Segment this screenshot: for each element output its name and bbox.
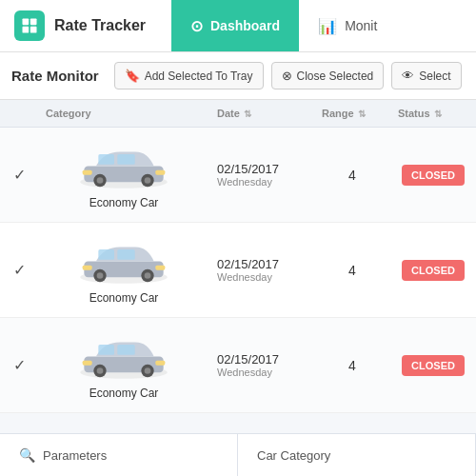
svg-rect-2 xyxy=(23,27,30,33)
row-3-car-image xyxy=(76,330,171,383)
svg-rect-6 xyxy=(98,154,114,165)
svg-point-19 xyxy=(97,272,104,279)
svg-rect-12 xyxy=(83,170,92,175)
monitor-icon: 📊 xyxy=(318,17,337,35)
row-3-checkbox[interactable]: ✓ xyxy=(0,356,38,374)
row-3-range: 4 xyxy=(314,358,390,373)
footer-tabs: 🔍 Parameters Car Category xyxy=(0,433,476,476)
search-icon: 🔍 xyxy=(19,447,35,463)
row-3-date-sub: Wednesday xyxy=(217,367,307,378)
svg-point-11 xyxy=(145,177,151,184)
row-1-checkbox[interactable]: ✓ xyxy=(0,166,38,184)
svg-rect-27 xyxy=(117,345,134,355)
tab-monitor[interactable]: 📊 Monit xyxy=(299,0,396,51)
select-button[interactable]: 👁 Select xyxy=(391,62,461,89)
svg-point-21 xyxy=(145,272,151,279)
svg-rect-23 xyxy=(155,266,165,270)
range-sort-icon[interactable]: ⇅ xyxy=(358,109,366,119)
row-1-date: 02/15/2017 Wednesday xyxy=(209,162,314,188)
logo-area: Rate Tracker xyxy=(0,10,171,41)
row-1-car-image xyxy=(76,140,171,192)
row-2-status-badge: CLOSED xyxy=(402,260,465,281)
svg-rect-13 xyxy=(155,170,165,175)
row-2-date-sub: Wednesday xyxy=(217,271,307,283)
date-sort-icon[interactable]: ⇅ xyxy=(244,109,251,119)
col-status: Status ⇅ xyxy=(390,108,476,119)
row-2-car-image xyxy=(76,235,171,288)
row-1-status-badge: CLOSED xyxy=(402,165,465,186)
bookmark-icon: 🔖 xyxy=(125,69,140,83)
col-range: Range ⇅ xyxy=(314,108,390,119)
table-header: Category Date ⇅ Range ⇅ Status ⇅ Act xyxy=(0,100,476,128)
row-3-date: 02/15/2017 Wednesday xyxy=(209,352,314,378)
svg-rect-32 xyxy=(83,361,92,366)
row-2-category: Economy Car xyxy=(38,226,209,314)
row-1-status: CLOSED xyxy=(390,165,476,186)
close-selected-label: Close Selected xyxy=(297,69,374,83)
row-3-category: Economy Car xyxy=(38,321,209,409)
eye-icon: 👁 xyxy=(402,69,414,83)
row-3-status-badge: CLOSED xyxy=(402,355,465,376)
row-2-checkbox[interactable]: ✓ xyxy=(0,261,38,279)
svg-rect-3 xyxy=(30,27,37,33)
footer-car-category-label: Car Category xyxy=(257,448,330,463)
footer-parameters-label: Parameters xyxy=(43,448,107,463)
svg-rect-0 xyxy=(23,19,30,26)
tab-dashboard-label: Dashboard xyxy=(210,18,280,33)
rate-table: Category Date ⇅ Range ⇅ Status ⇅ Act ✓ xyxy=(0,100,476,413)
svg-rect-1 xyxy=(30,19,37,26)
tab-monitor-label: Monit xyxy=(345,18,377,33)
col-check xyxy=(0,108,38,119)
toolbar: Rate Monitor 🔖 Add Selected To Tray ⊗ Cl… xyxy=(0,52,476,100)
svg-rect-16 xyxy=(98,249,114,260)
close-selected-button[interactable]: ⊗ Close Selected xyxy=(271,62,385,89)
select-label: Select xyxy=(419,69,450,83)
svg-point-9 xyxy=(97,177,104,184)
add-to-tray-button[interactable]: 🔖 Add Selected To Tray xyxy=(114,62,264,89)
row-1-category: Economy Car xyxy=(38,130,209,219)
dashboard-icon: ⊙ xyxy=(190,17,203,35)
row-3-date-main: 02/15/2017 xyxy=(217,352,307,367)
app-title: Rate Tracker xyxy=(54,17,146,34)
row-1-category-label: Economy Car xyxy=(89,196,159,209)
status-sort-icon[interactable]: ⇅ xyxy=(434,109,442,119)
row-1-date-main: 02/15/2017 xyxy=(217,162,307,176)
footer-tab-parameters[interactable]: 🔍 Parameters xyxy=(0,434,238,476)
svg-rect-7 xyxy=(117,154,134,165)
svg-point-31 xyxy=(145,367,151,374)
row-3-category-label: Economy Car xyxy=(89,387,159,400)
toolbar-title: Rate Monitor xyxy=(11,68,99,84)
table-row: ✓ Economy Car 02/15/ xyxy=(0,128,476,223)
row-1-range: 4 xyxy=(314,168,390,183)
tab-dashboard[interactable]: ⊙ Dashboard xyxy=(171,0,299,51)
col-category: Category xyxy=(38,108,209,119)
row-3-status: CLOSED xyxy=(390,355,476,376)
app-logo-icon xyxy=(14,10,45,41)
row-2-date: 02/15/2017 Wednesday xyxy=(209,257,314,283)
svg-rect-33 xyxy=(155,361,165,366)
nav-tabs: ⊙ Dashboard 📊 Monit xyxy=(171,0,396,51)
table-row: ✓ Economy Car 02/15/ xyxy=(0,223,476,318)
row-1-date-sub: Wednesday xyxy=(217,176,307,188)
row-2-category-label: Economy Car xyxy=(89,291,159,305)
add-to-tray-label: Add Selected To Tray xyxy=(145,69,253,83)
svg-rect-22 xyxy=(83,266,92,270)
close-icon: ⊗ xyxy=(282,69,292,83)
svg-point-29 xyxy=(97,367,104,374)
table-row: ✓ Economy Car 02/15/ xyxy=(0,318,476,413)
footer-tab-car-category[interactable]: Car Category xyxy=(238,434,476,476)
row-2-date-main: 02/15/2017 xyxy=(217,257,307,271)
row-2-range: 4 xyxy=(314,263,390,278)
row-2-status: CLOSED xyxy=(390,260,476,281)
svg-rect-26 xyxy=(98,345,114,355)
col-date: Date ⇅ xyxy=(209,108,314,119)
svg-rect-17 xyxy=(117,249,134,260)
app-header: Rate Tracker ⊙ Dashboard 📊 Monit xyxy=(0,0,476,52)
